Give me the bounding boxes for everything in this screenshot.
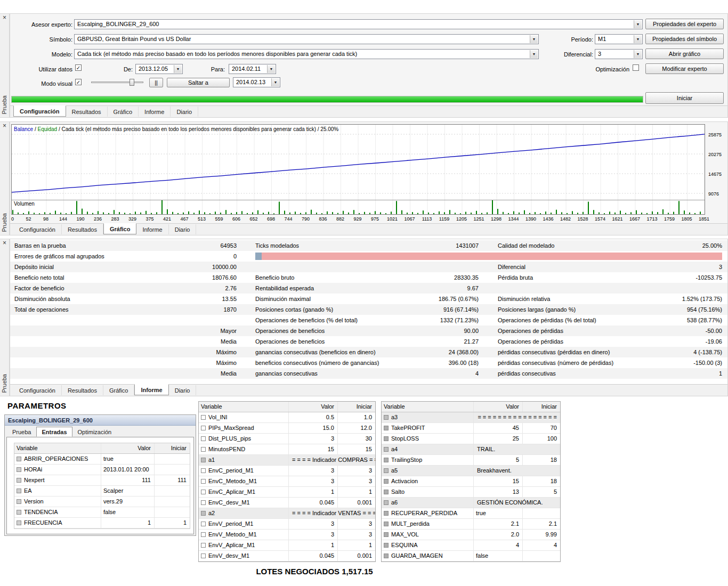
checkbox-icon[interactable] bbox=[17, 499, 21, 504]
checkbox-icon[interactable] bbox=[201, 468, 206, 473]
param-row[interactable]: EnvV_period_M133 bbox=[199, 519, 375, 530]
checkbox-icon[interactable] bbox=[17, 510, 21, 515]
checkbox-icon[interactable] bbox=[384, 468, 389, 473]
checkbox-icon[interactable] bbox=[201, 415, 206, 420]
modify-expert-button[interactable]: Modificar experto bbox=[645, 63, 724, 74]
symbol-properties-button[interactable]: Propiedades del símbolo bbox=[645, 34, 724, 44]
tab-diario[interactable]: Diario bbox=[169, 224, 197, 234]
param-initial-value[interactable]: 3 bbox=[338, 519, 375, 529]
balance-chart-plot[interactable]: Balance / Equidad / Cada tick (el método… bbox=[11, 124, 705, 215]
param-row[interactable]: EnvV_Metodo_M133 bbox=[199, 530, 375, 540]
checkbox-icon[interactable] bbox=[201, 500, 206, 505]
param-row[interactable]: a4TRAIL. bbox=[382, 444, 560, 455]
param-value[interactable]: 4 bbox=[474, 540, 523, 550]
checkbox-icon[interactable] bbox=[384, 554, 389, 558]
checkbox-icon[interactable] bbox=[17, 478, 21, 483]
param-initial-value[interactable]: 3 bbox=[338, 530, 375, 540]
param-value[interactable]: 25 bbox=[474, 434, 523, 444]
param-row[interactable]: Dist_PLUS_pips330 bbox=[199, 434, 375, 444]
param-row[interactable]: FRECUENCIA11 bbox=[14, 518, 190, 528]
tab-resultados[interactable]: Resultados bbox=[62, 385, 103, 395]
param-initial-value[interactable]: 5 bbox=[523, 487, 560, 497]
param-row[interactable]: EnvC_Aplicar_M111 bbox=[199, 487, 375, 498]
param-value[interactable]: 2.0 bbox=[474, 530, 523, 540]
slider-thumb[interactable] bbox=[130, 79, 134, 86]
param-initial-value[interactable] bbox=[523, 551, 560, 561]
tab-diario[interactable]: Diario bbox=[169, 385, 197, 395]
param-row[interactable]: StopLOSS25100 bbox=[382, 434, 560, 444]
checkbox-icon[interactable] bbox=[384, 500, 389, 505]
checkbox-icon[interactable] bbox=[17, 489, 21, 493]
param-value[interactable]: 0.5 bbox=[289, 412, 338, 422]
checkbox-icon[interactable] bbox=[201, 479, 206, 484]
param-value[interactable]: Scalper bbox=[101, 486, 155, 496]
start-button[interactable]: Iniciar bbox=[645, 92, 724, 104]
expert-combobox[interactable]: Escalping_BOLINGER_29_600 ▼ bbox=[74, 19, 643, 29]
param-row[interactable]: MinutosPEND1515 bbox=[199, 444, 375, 455]
param-row[interactable]: a3= = = = = = = = = = = = = = = = bbox=[382, 412, 560, 423]
param-initial-value[interactable]: 70 bbox=[523, 423, 560, 433]
param-value[interactable]: 3 bbox=[289, 476, 338, 486]
skip-to-button[interactable]: Saltar a bbox=[167, 78, 230, 87]
checkbox-icon[interactable] bbox=[384, 479, 389, 484]
param-value[interactable]: 1 bbox=[289, 540, 338, 550]
param-row[interactable]: EnvC_desv_M10.0450.001 bbox=[199, 498, 375, 508]
param-initial-value[interactable]: 30 bbox=[338, 434, 375, 444]
checkbox-icon[interactable] bbox=[201, 554, 206, 558]
param-value[interactable]: 3 bbox=[289, 434, 338, 444]
close-icon[interactable]: × bbox=[1, 123, 8, 129]
checkbox-icon[interactable] bbox=[201, 436, 206, 441]
param-row[interactable]: a5Breakhavent. bbox=[382, 466, 560, 476]
param-row[interactable]: a1= = = = Indicador COMPRAS = = = bbox=[199, 455, 375, 466]
param-row[interactable]: TrailingStop518 bbox=[382, 455, 560, 466]
checkbox-icon[interactable] bbox=[17, 520, 21, 525]
checkbox-icon[interactable] bbox=[201, 511, 206, 516]
tab-gráfico[interactable]: Gráfico bbox=[103, 385, 134, 395]
param-initial-value[interactable]: 100 bbox=[523, 434, 560, 444]
model-combobox[interactable]: Cada tick (el método más preciso basado … bbox=[74, 49, 539, 59]
open-chart-button[interactable]: Abrir gráfico bbox=[645, 48, 724, 59]
param-value[interactable]: 15.0 bbox=[289, 423, 338, 433]
param-row[interactable]: TENDENCIAfalse bbox=[14, 507, 190, 518]
param-initial-value[interactable] bbox=[155, 454, 190, 464]
param-initial-value[interactable]: 1 bbox=[155, 518, 190, 528]
param-value[interactable]: vers.29 bbox=[101, 497, 155, 507]
param-tab-optimización[interactable]: Optimización bbox=[72, 427, 117, 437]
param-initial-value[interactable]: 3 bbox=[338, 466, 375, 476]
checkbox-icon[interactable] bbox=[17, 457, 21, 461]
param-row[interactable]: ESQUINA44 bbox=[382, 540, 560, 551]
param-initial-value[interactable]: 2.1 bbox=[523, 519, 560, 529]
param-initial-value[interactable]: 4 bbox=[523, 540, 560, 550]
close-icon[interactable]: × bbox=[1, 14, 8, 21]
param-row[interactable]: EnvV_Aplicar_M111 bbox=[199, 540, 375, 551]
param-initial-value[interactable]: 15 bbox=[338, 444, 375, 454]
param-row[interactable]: ABRIR_OPERACIONEStrue bbox=[14, 454, 190, 465]
spread-combobox[interactable]: 3 ▼ bbox=[595, 49, 643, 59]
param-value[interactable]: 0.045 bbox=[289, 498, 338, 508]
skip-date-combobox[interactable]: 2014.02.13 ▼ bbox=[233, 77, 280, 87]
param-value[interactable]: 3 bbox=[289, 530, 338, 540]
checkbox-icon[interactable] bbox=[201, 532, 206, 537]
param-initial-value[interactable]: 3 bbox=[338, 476, 375, 486]
param-row[interactable]: Vol_INI0.51.0 bbox=[199, 412, 375, 423]
checkbox-icon[interactable] bbox=[384, 426, 389, 430]
param-value[interactable]: 45 bbox=[474, 423, 523, 433]
param-initial-value[interactable]: 1 bbox=[338, 487, 375, 497]
param-value[interactable]: 111 bbox=[101, 475, 155, 485]
param-initial-value[interactable]: 9.99 bbox=[523, 530, 560, 540]
chevron-down-icon[interactable]: ▼ bbox=[634, 50, 642, 58]
param-row[interactable]: EnvV_desv_M10.0450.001 bbox=[199, 551, 375, 561]
param-row[interactable]: PIPs_MaxSpread15.012.0 bbox=[199, 423, 375, 434]
checkbox-icon[interactable] bbox=[201, 458, 206, 462]
checkbox-icon[interactable] bbox=[201, 490, 206, 494]
param-value[interactable]: 5 bbox=[474, 455, 523, 465]
expert-properties-button[interactable]: Propiedades del experto bbox=[645, 19, 724, 29]
param-row[interactable]: a2= = = = Indicador VENTAS = = = = bbox=[199, 508, 375, 519]
chevron-down-icon[interactable]: ▼ bbox=[271, 78, 279, 86]
tab-informe[interactable]: Informe bbox=[134, 384, 168, 395]
param-row[interactable]: Activacion1518 bbox=[382, 476, 560, 487]
param-initial-value[interactable]: 18 bbox=[523, 455, 560, 465]
param-row[interactable]: MULT_perdida2.12.1 bbox=[382, 519, 560, 530]
param-row[interactable]: MAX_VOL2.09.99 bbox=[382, 530, 560, 540]
param-value[interactable]: 3 bbox=[289, 519, 338, 529]
